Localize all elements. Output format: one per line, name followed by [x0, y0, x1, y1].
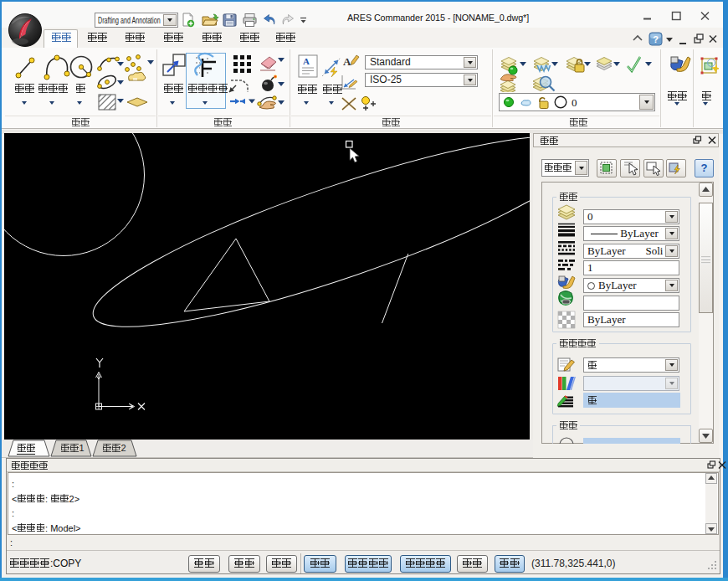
svg-text:?: ?	[653, 34, 659, 44]
svg-text:0: 0	[572, 96, 577, 109]
svg-text:A: A	[303, 56, 310, 66]
svg-text:A: A	[343, 55, 351, 68]
